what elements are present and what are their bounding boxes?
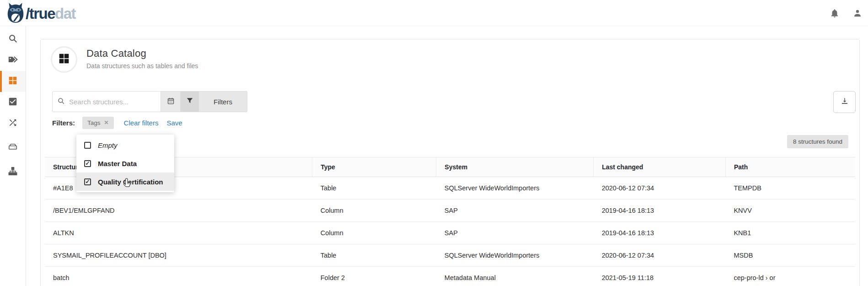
- filter-chip-tags[interactable]: Tags ✕: [82, 117, 114, 129]
- sidebar-item-systems[interactable]: [0, 137, 26, 158]
- funnel-icon: [186, 97, 193, 106]
- checkbox-checked[interactable]: [84, 178, 91, 185]
- shuffle-icon: [8, 118, 18, 130]
- owl-icon: [6, 2, 25, 25]
- sidebar-item-taxonomy[interactable]: [0, 162, 26, 183]
- sidebar-item-quality[interactable]: [0, 92, 26, 113]
- cell-system: Metadata Manual: [436, 267, 594, 286]
- cell-system: SQLServer WideWorldImporters: [436, 177, 594, 200]
- dropdown-option-label: Quality Certification: [98, 178, 163, 186]
- tags-icon: [8, 54, 18, 66]
- cell-type: Column: [312, 200, 436, 222]
- filter-chip-label: Tags: [87, 119, 101, 126]
- user-account-icon[interactable]: [852, 8, 863, 18]
- cell-last-changed: 2020-06-12 07:34: [594, 177, 726, 200]
- sidebar-item-lineage[interactable]: [0, 113, 26, 134]
- page-subtitle: Data structures such as tables and files: [86, 62, 198, 70]
- dropdown-option-label: Empty: [98, 141, 118, 149]
- truedat-logo[interactable]: /truedat: [6, 2, 75, 25]
- sidebar-item-data-catalog[interactable]: [0, 71, 26, 92]
- grid-icon: [58, 53, 70, 66]
- drive-icon: [8, 142, 18, 154]
- cell-type: Column: [312, 222, 436, 244]
- topbar: /truedat: [0, 0, 868, 26]
- catalog-header-icon-circle: [51, 46, 77, 73]
- dropdown-option-quality-certification[interactable]: Quality Certification: [76, 173, 174, 191]
- results-count-badge: 8 structures found: [787, 135, 848, 148]
- checkbox-unchecked[interactable]: [84, 142, 91, 149]
- page-title: Data Catalog: [86, 48, 146, 59]
- cell-last-changed: 2019-04-16 18:13: [594, 222, 726, 244]
- cell-type: Folder 2: [312, 267, 436, 286]
- column-header-system[interactable]: System: [436, 157, 594, 177]
- cell-last-changed: 2021-05-19 11:18: [594, 267, 726, 286]
- brand-wordmark: /truedat: [26, 3, 75, 24]
- sidebar: [0, 26, 26, 286]
- brand-light-text: dat: [55, 5, 75, 22]
- notifications-bell-icon[interactable]: [830, 8, 840, 18]
- cell-last-changed: 2020-06-12 07:34: [594, 244, 726, 267]
- cell-system: SAP: [436, 200, 594, 222]
- sitemap-icon: [8, 166, 18, 178]
- cell-structure[interactable]: ALTKN: [45, 222, 312, 244]
- search-toolbar: Filters: [52, 91, 247, 112]
- cell-path: cep-pro-ld › or: [725, 267, 855, 286]
- download-button[interactable]: [833, 91, 856, 113]
- table-row[interactable]: /BEV1/EMLGPFAND Column SAP 2019-04-16 18…: [45, 200, 855, 222]
- cell-path: KNVV: [725, 200, 855, 222]
- download-icon: [841, 97, 849, 107]
- brand-dark-text: /true: [26, 5, 55, 22]
- table-row[interactable]: batch Folder 2 Metadata Manual 2021-05-1…: [45, 267, 855, 286]
- table-row[interactable]: ALTKN Column SAP 2019-04-16 18:13 KNB1: [45, 222, 855, 244]
- checkbox-checked[interactable]: [84, 160, 91, 167]
- tags-filter-dropdown: Empty Master Data Quality Certification: [76, 135, 174, 192]
- table-row[interactable]: SYSMAIL_PROFILEACCOUNT [DBO] Table SQLSe…: [45, 244, 855, 267]
- dropdown-option-master-data[interactable]: Master Data: [76, 154, 174, 173]
- search-icon: [57, 97, 65, 107]
- column-header-path[interactable]: Path: [725, 157, 855, 177]
- save-filters-link[interactable]: Save: [166, 119, 182, 127]
- cell-structure[interactable]: batch: [45, 267, 312, 286]
- cell-system: SQLServer WideWorldImporters: [436, 244, 594, 267]
- filters-button[interactable]: Filters: [199, 91, 247, 112]
- clear-filters-link[interactable]: Clear filters: [124, 119, 159, 127]
- cell-system: SAP: [436, 222, 594, 244]
- cell-last-changed: 2019-04-16 18:13: [594, 200, 726, 222]
- cell-structure[interactable]: SYSMAIL_PROFILEACCOUNT [DBO]: [45, 244, 312, 267]
- search-box: [52, 91, 161, 112]
- cell-structure[interactable]: /BEV1/EMLGPFAND: [45, 200, 312, 222]
- dropdown-option-empty[interactable]: Empty: [76, 136, 174, 154]
- search-input[interactable]: [69, 98, 156, 106]
- cell-type: Table: [312, 177, 436, 200]
- calendar-icon: [167, 97, 175, 107]
- grid-icon: [8, 76, 18, 87]
- search-icon: [8, 33, 18, 45]
- cell-path: MSDB: [725, 244, 855, 267]
- cell-type: Table: [312, 244, 436, 267]
- filters-funnel-button[interactable]: [181, 91, 199, 112]
- filters-label: Filters:: [52, 119, 75, 127]
- sidebar-item-search[interactable]: [0, 29, 26, 50]
- column-header-last-changed[interactable]: Last changed: [594, 157, 726, 177]
- data-catalog-card: Data Catalog Data structures such as tab…: [40, 39, 860, 286]
- close-icon[interactable]: ✕: [104, 119, 109, 126]
- date-filter-button[interactable]: [161, 91, 181, 112]
- cell-path: KNB1: [725, 222, 855, 244]
- topbar-icons: [830, 0, 863, 26]
- active-filters-bar: Filters: Tags ✕ Clear filters Save: [52, 115, 182, 130]
- sidebar-item-tags[interactable]: [0, 50, 26, 71]
- check-square-icon: [8, 97, 18, 108]
- dropdown-option-label: Master Data: [98, 160, 137, 167]
- column-header-type[interactable]: Type: [312, 157, 436, 177]
- cell-path: TEMPDB: [725, 177, 855, 200]
